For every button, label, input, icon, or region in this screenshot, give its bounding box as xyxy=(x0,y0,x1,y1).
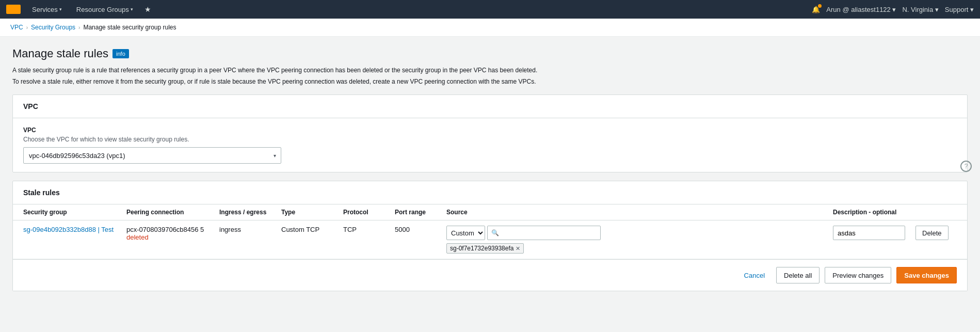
breadcrumb-sep-2: › xyxy=(78,25,80,30)
vpc-field-label: VPC xyxy=(23,127,957,134)
vpc-select-wrapper: vpc-046db92596c53da23 (vpc1) ▾ xyxy=(23,147,281,164)
source-tag-value: sg-0f7e1732e93938efa xyxy=(450,245,513,252)
vpc-panel: VPC VPC Choose the VPC for which to view… xyxy=(12,94,968,172)
notification-dot xyxy=(818,4,822,8)
aws-svg-icon xyxy=(8,6,19,12)
delete-all-button[interactable]: Delete all xyxy=(776,267,820,283)
region-menu[interactable]: N. Virginia ▾ xyxy=(902,6,938,13)
user-chevron-icon: ▾ xyxy=(892,6,896,13)
page-title: Manage stale rules xyxy=(12,47,108,60)
stale-rules-panel: Stale rules Security group Peering conne… xyxy=(12,181,968,291)
col-type: Type xyxy=(281,209,343,216)
peering-connection-id: pcx-0708039706cb8456 5 xyxy=(126,226,219,233)
aws-logo xyxy=(6,5,21,14)
col-action xyxy=(915,209,957,216)
source-tag-chip: sg-0f7e1732e93938efa ✕ xyxy=(446,243,524,254)
source-search-icon: 🔍 xyxy=(491,229,499,236)
nav-right: 🔔 Arun @ aliastest1122 ▾ N. Virginia ▾ S… xyxy=(812,6,974,13)
services-nav[interactable]: Services ▾ xyxy=(29,0,65,19)
nav-left: Services ▾ Resource Groups ▾ ★ xyxy=(6,0,151,19)
support-label: Support xyxy=(945,6,969,13)
vpc-field-hint: Choose the VPC for which to view stale s… xyxy=(23,136,957,143)
favorites-star-icon[interactable]: ★ xyxy=(144,5,151,13)
cell-ingress-egress: ingress xyxy=(219,226,281,233)
source-select[interactable]: Custom xyxy=(446,226,485,240)
col-security-group: Security group xyxy=(23,209,126,216)
vpc-select[interactable]: vpc-046db92596c53da23 (vpc1) xyxy=(23,147,281,164)
description-text-2: To resolve a stale rule, either remove i… xyxy=(12,77,968,86)
support-chevron-icon: ▾ xyxy=(970,6,974,13)
preview-changes-button[interactable]: Preview changes xyxy=(825,267,891,283)
table-header-row: Security group Peering connection Ingres… xyxy=(13,204,967,220)
vpc-panel-body: VPC Choose the VPC for which to view sta… xyxy=(13,118,967,172)
desc2-text: To resolve a stale rule, either remove i… xyxy=(12,78,536,85)
breadcrumb-sep-1: › xyxy=(26,25,28,30)
aws-logo-box xyxy=(6,5,21,14)
security-group-link[interactable]: sg-09e4b092b332b8d88 | Test xyxy=(23,226,114,233)
col-port-range: Port range xyxy=(395,209,446,216)
col-ingress-egress: Ingress / egress xyxy=(219,209,281,216)
region-chevron-icon: ▾ xyxy=(935,6,939,13)
source-search-wrapper: 🔍 xyxy=(487,226,601,240)
col-peering-connection: Peering connection xyxy=(126,209,219,216)
source-dropdown-area: Custom 🔍 xyxy=(446,226,833,240)
cell-protocol: TCP xyxy=(343,226,395,233)
cancel-button[interactable]: Cancel xyxy=(738,268,771,282)
source-tag-remove-icon[interactable]: ✕ xyxy=(516,245,520,252)
breadcrumb-current: Manage stale security group rules xyxy=(83,24,176,31)
cell-delete: Delete xyxy=(915,226,957,240)
cell-peering-connection: pcx-0708039706cb8456 5 deleted xyxy=(126,226,219,241)
help-icon[interactable]: ? xyxy=(960,161,972,172)
user-menu[interactable]: Arun @ aliastest1122 ▾ xyxy=(826,6,896,13)
region-label: N. Virginia xyxy=(902,6,933,13)
vpc-panel-header: VPC xyxy=(13,95,967,118)
cell-source: Custom 🔍 sg-0f7e1732e93938efa ✕ xyxy=(446,226,833,254)
notification-bell-icon[interactable]: 🔔 xyxy=(812,6,820,13)
resource-groups-label: Resource Groups xyxy=(76,6,129,13)
breadcrumb-security-groups-link[interactable]: Security Groups xyxy=(31,24,75,31)
resource-groups-chevron-icon: ▾ xyxy=(131,7,133,12)
table-row: sg-09e4b092b332b8d88 | Test pcx-07080397… xyxy=(13,220,967,259)
source-search-input[interactable] xyxy=(487,226,601,240)
cell-security-group: sg-09e4b092b332b8d88 | Test xyxy=(23,226,126,233)
peering-connection-status: deleted xyxy=(126,233,219,241)
user-label: Arun @ aliastest1122 xyxy=(826,6,891,13)
page-title-row: Manage stale rules info xyxy=(12,47,968,60)
support-menu[interactable]: Support ▾ xyxy=(945,6,974,13)
source-tags-area: sg-0f7e1732e93938efa ✕ xyxy=(446,243,833,254)
cell-type: Custom TCP xyxy=(281,226,343,233)
save-changes-button[interactable]: Save changes xyxy=(896,267,957,283)
info-badge[interactable]: info xyxy=(113,49,129,58)
resource-groups-nav[interactable]: Resource Groups ▾ xyxy=(73,0,136,19)
description-text-1: A stale security group rule is a rule th… xyxy=(12,66,968,75)
delete-row-button[interactable]: Delete xyxy=(915,226,949,240)
cell-description xyxy=(833,226,915,240)
footer-actions: Cancel Delete all Preview changes Save c… xyxy=(13,259,967,291)
col-protocol: Protocol xyxy=(343,209,395,216)
col-source: Source xyxy=(446,209,833,216)
services-label: Services xyxy=(32,6,58,13)
col-description: Description - optional xyxy=(833,209,915,216)
description-input[interactable] xyxy=(833,226,905,240)
services-chevron-icon: ▾ xyxy=(59,7,62,12)
breadcrumb-vpc-link[interactable]: VPC xyxy=(10,24,23,31)
main-content: Manage stale rules info A stale security… xyxy=(0,37,980,310)
cell-port-range: 5000 xyxy=(395,226,446,233)
top-navigation: Services ▾ Resource Groups ▾ ★ 🔔 Arun @ … xyxy=(0,0,980,19)
stale-rules-panel-header: Stale rules xyxy=(13,181,967,204)
desc1-text: A stale security group rule is a rule th… xyxy=(12,67,537,74)
breadcrumb: VPC › Security Groups › Manage stale sec… xyxy=(0,19,980,37)
